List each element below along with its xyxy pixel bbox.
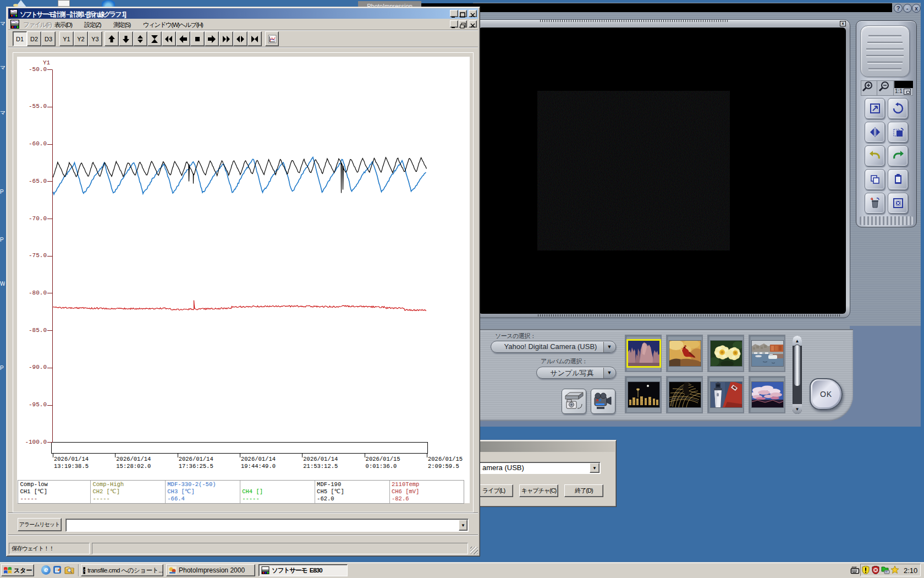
svg-text:C:\: C:\: [84, 569, 85, 573]
